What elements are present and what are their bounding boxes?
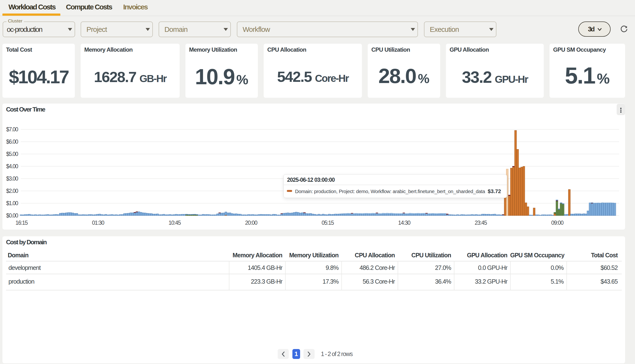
- svg-text:14:30: 14:30: [398, 220, 410, 226]
- svg-text:05:15: 05:15: [322, 220, 334, 226]
- svg-text:16:15: 16:15: [16, 220, 28, 226]
- svg-text:23:45: 23:45: [475, 220, 487, 226]
- svg-text:$0.00: $0.00: [6, 212, 18, 219]
- svg-text:$4.00: $4.00: [6, 163, 18, 170]
- svg-text:20:00: 20:00: [245, 220, 258, 226]
- svg-text:$6.00: $6.00: [6, 138, 18, 145]
- svg-text:$2.00: $2.00: [6, 188, 18, 194]
- svg-text:09:00: 09:00: [551, 220, 564, 226]
- svg-text:01:30: 01:30: [92, 220, 104, 226]
- svg-text:$3.00: $3.00: [6, 176, 18, 182]
- svg-text:$1.00: $1.00: [6, 200, 18, 206]
- svg-text:$5.00: $5.00: [6, 151, 18, 157]
- svg-text:$7.00: $7.00: [6, 126, 18, 132]
- svg-text:10:45: 10:45: [168, 220, 181, 226]
